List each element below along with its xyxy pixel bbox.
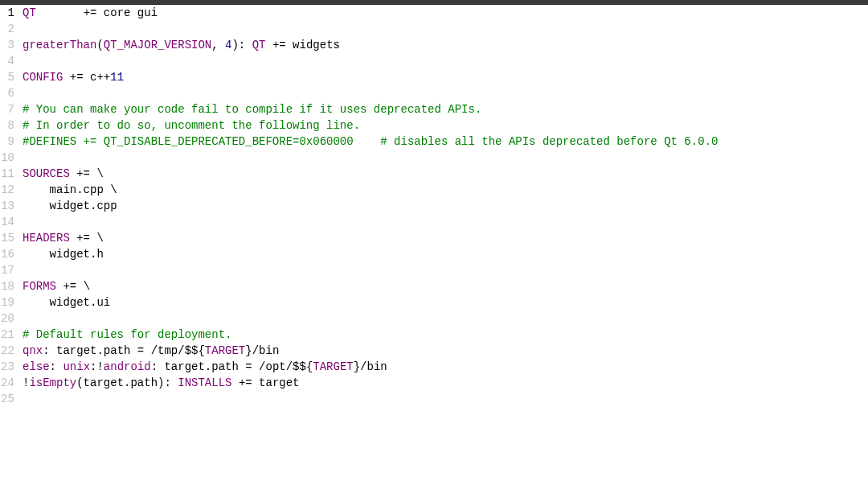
code-line[interactable]: FORMS += \ bbox=[23, 278, 868, 294]
code-token-tgt: TARGET bbox=[313, 360, 353, 373]
code-token-kw: qnx bbox=[23, 344, 43, 357]
line-number: 19 bbox=[0, 294, 14, 310]
code-token-var: QT_MAJOR_VERSION bbox=[104, 39, 211, 51]
code-token-kw: unix bbox=[63, 360, 90, 373]
code-line[interactable] bbox=[23, 262, 868, 278]
code-token-plain: \ bbox=[90, 232, 104, 245]
code-token-plain: widget.ui bbox=[23, 296, 110, 309]
line-number: 16 bbox=[0, 246, 14, 262]
code-token-plain: c++ bbox=[84, 71, 111, 84]
code-token-fn: greaterThan bbox=[23, 39, 96, 51]
code-token-plain bbox=[70, 167, 76, 180]
line-number: 20 bbox=[0, 310, 14, 327]
line-number: 17 bbox=[0, 262, 14, 278]
code-token-var: FORMS bbox=[23, 280, 56, 293]
line-number: 2 bbox=[0, 21, 14, 37]
line-number: 13 bbox=[0, 198, 14, 214]
code-line[interactable]: # You can make your code fail to compile… bbox=[23, 101, 868, 117]
code-token-op: += bbox=[239, 376, 252, 389]
line-number: 21 bbox=[0, 327, 14, 343]
code-token-var: SOURCES bbox=[23, 167, 70, 180]
code-line[interactable] bbox=[23, 85, 868, 101]
code-line[interactable]: # In order to do so, uncomment the follo… bbox=[23, 117, 868, 134]
line-number: 1 bbox=[0, 5, 14, 21]
line-number: 3 bbox=[0, 37, 14, 53]
code-token-plain: : bbox=[50, 360, 63, 373]
code-token-kw: android bbox=[104, 360, 151, 373]
code-area[interactable]: QT += core guigreaterThan(QT_MAJOR_VERSI… bbox=[18, 5, 868, 477]
code-line[interactable]: !isEmpty(target.path): INSTALLS += targe… bbox=[23, 375, 868, 391]
code-token-cmt: # Default rules for deployment. bbox=[23, 328, 231, 341]
line-number-gutter: 1234567891011121314151617181920212223242… bbox=[0, 5, 18, 477]
line-number: 10 bbox=[0, 150, 14, 166]
code-line[interactable]: #DEFINES += QT_DISABLE_DEPRECATED_BEFORE… bbox=[23, 134, 868, 150]
code-token-cmt: #DEFINES += QT_DISABLE_DEPRECATED_BEFORE… bbox=[23, 135, 718, 148]
code-token-plain: target bbox=[252, 376, 300, 389]
code-line[interactable] bbox=[23, 391, 868, 407]
code-token-plain: \ bbox=[76, 280, 90, 293]
code-line[interactable] bbox=[23, 310, 868, 327]
code-token-op: += bbox=[84, 6, 97, 19]
code-token-op: += bbox=[76, 232, 90, 245]
code-token-op: += bbox=[272, 39, 286, 51]
line-number: 12 bbox=[0, 182, 14, 198]
code-token-op: += bbox=[63, 280, 76, 293]
code-token-op: += bbox=[76, 167, 90, 180]
code-line[interactable]: CONFIG += c++11 bbox=[23, 69, 868, 85]
code-token-var: HEADERS bbox=[23, 232, 70, 245]
code-line[interactable]: qnx: target.path = /tmp/$${TARGET}/bin bbox=[23, 343, 868, 359]
code-line[interactable]: SOURCES += \ bbox=[23, 166, 868, 182]
code-token-fn: isEmpty bbox=[29, 376, 76, 389]
code-token-var: INSTALLS bbox=[178, 376, 231, 389]
code-token-plain bbox=[219, 39, 225, 51]
code-token-cmt: # You can make your code fail to compile… bbox=[23, 103, 481, 116]
code-line[interactable]: greaterThan(QT_MAJOR_VERSION, 4): QT += … bbox=[23, 37, 868, 53]
code-line[interactable] bbox=[23, 21, 868, 37]
code-token-plain: : target.path = /tmp/$${ bbox=[43, 344, 205, 357]
line-number: 23 bbox=[0, 359, 14, 375]
code-token-plain: widget.cpp bbox=[23, 199, 117, 212]
code-token-var: QT bbox=[23, 6, 36, 19]
code-token-op: += bbox=[70, 71, 84, 84]
code-token-plain bbox=[70, 232, 76, 245]
line-number: 18 bbox=[0, 278, 14, 294]
line-number: 24 bbox=[0, 375, 14, 391]
code-token-cmt: # In order to do so, uncomment the follo… bbox=[23, 119, 360, 132]
code-token-plain: core gui bbox=[96, 6, 158, 19]
code-token-plain: }/bin bbox=[354, 360, 387, 373]
code-line[interactable]: widget.ui bbox=[23, 294, 868, 310]
code-line[interactable]: widget.cpp bbox=[23, 198, 868, 214]
code-token-plain: widget.h bbox=[23, 248, 104, 261]
line-number: 14 bbox=[0, 214, 14, 230]
code-token-var: CONFIG bbox=[23, 71, 63, 84]
line-number: 8 bbox=[0, 117, 14, 134]
code-token-plain: ( bbox=[96, 39, 103, 51]
code-line[interactable] bbox=[23, 53, 868, 69]
code-token-tgt: TARGET bbox=[205, 344, 245, 357]
code-line[interactable] bbox=[23, 150, 868, 166]
code-line[interactable]: main.cpp \ bbox=[23, 182, 868, 198]
line-number: 7 bbox=[0, 101, 14, 117]
line-number: 6 bbox=[0, 85, 14, 101]
code-token-plain: }/bin bbox=[245, 344, 279, 357]
code-line[interactable]: HEADERS += \ bbox=[23, 230, 868, 246]
line-number: 25 bbox=[0, 391, 14, 407]
code-line[interactable]: widget.h bbox=[23, 246, 868, 262]
code-token-plain: (target.path): bbox=[76, 376, 178, 389]
code-token-op: , bbox=[211, 39, 218, 51]
code-token-plain: widgets bbox=[286, 39, 340, 51]
code-editor[interactable]: 1234567891011121314151617181920212223242… bbox=[0, 5, 868, 477]
code-line[interactable] bbox=[23, 214, 868, 230]
line-number: 9 bbox=[0, 134, 14, 150]
code-token-plain: \ bbox=[90, 167, 104, 180]
code-line[interactable]: # Default rules for deployment. bbox=[23, 327, 868, 343]
line-number: 22 bbox=[0, 343, 14, 359]
code-line[interactable]: else: unix:!android: target.path = /opt/… bbox=[23, 359, 868, 375]
code-token-plain bbox=[266, 39, 272, 51]
code-token-var: QT bbox=[252, 39, 266, 51]
code-line[interactable]: QT += core gui bbox=[23, 5, 868, 21]
code-token-plain: ): bbox=[231, 39, 252, 51]
line-number: 11 bbox=[0, 166, 14, 182]
line-number: 5 bbox=[0, 69, 14, 85]
line-number: 15 bbox=[0, 230, 14, 246]
